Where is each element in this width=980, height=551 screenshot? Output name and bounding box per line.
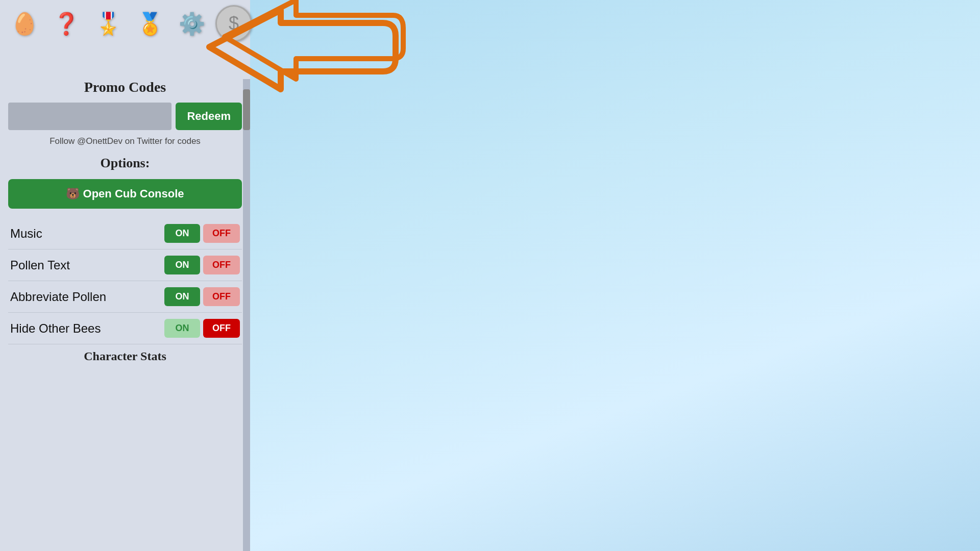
pollen-text-off-button[interactable]: OFF [203, 256, 240, 274]
abbreviate-pollen-toggle-group: ON OFF [164, 287, 240, 306]
hide-other-bees-option-row: Hide Other Bees ON OFF [8, 313, 242, 344]
music-toggle-group: ON OFF [164, 224, 240, 243]
open-cub-console-button[interactable]: 🐻 Open Cub Console [8, 179, 242, 209]
scrollbar-thumb[interactable] [243, 89, 250, 130]
promo-code-input[interactable] [8, 103, 172, 130]
help-icon[interactable]: ❓ [48, 5, 85, 42]
music-option-row: Music ON OFF [8, 218, 242, 249]
promo-input-row: Redeem [8, 103, 242, 130]
character-stats-partial-label: Character Stats [8, 344, 242, 363]
panel-content: Promo Codes Redeem Follow @OnettDev on T… [0, 79, 250, 551]
pollen-text-option-row: Pollen Text ON OFF [8, 249, 242, 281]
hide-other-bees-off-button[interactable]: OFF [203, 319, 240, 338]
settings-icon[interactable]: ⚙️ [174, 5, 210, 42]
options-title: Options: [8, 156, 242, 171]
hide-other-bees-label: Hide Other Bees [10, 321, 164, 336]
twitter-follow-text: Follow @OnettDev on Twitter for codes [8, 136, 242, 146]
scrollbar[interactable] [243, 79, 250, 551]
top-icon-bar: 🥚 ❓ 🎖️ 🏅 ⚙️ $ [0, 0, 258, 47]
hide-other-bees-toggle-group: ON OFF [164, 319, 240, 338]
abbreviate-pollen-off-button[interactable]: OFF [203, 287, 240, 306]
music-on-button[interactable]: ON [164, 224, 200, 243]
badge-icon[interactable]: 🎖️ [90, 5, 127, 42]
hide-other-bees-on-button[interactable]: ON [164, 319, 200, 338]
pollen-text-toggle-group: ON OFF [164, 256, 240, 274]
pollen-text-label: Pollen Text [10, 258, 164, 272]
abbreviate-pollen-option-row: Abbreviate Pollen ON OFF [8, 281, 242, 313]
abbreviate-pollen-on-button[interactable]: ON [164, 287, 200, 306]
music-off-button[interactable]: OFF [203, 224, 240, 243]
promo-codes-title: Promo Codes [8, 79, 242, 95]
main-panel: Promo Codes Redeem Follow @OnettDev on T… [0, 0, 250, 551]
music-label: Music [10, 227, 164, 241]
pollen-text-on-button[interactable]: ON [164, 256, 200, 274]
award-icon[interactable]: 🏅 [132, 5, 168, 42]
abbreviate-pollen-label: Abbreviate Pollen [10, 290, 164, 304]
redeem-button[interactable]: Redeem [176, 103, 242, 130]
egg-icon[interactable]: 🥚 [6, 5, 43, 42]
dollar-icon[interactable]: $ [215, 5, 252, 42]
